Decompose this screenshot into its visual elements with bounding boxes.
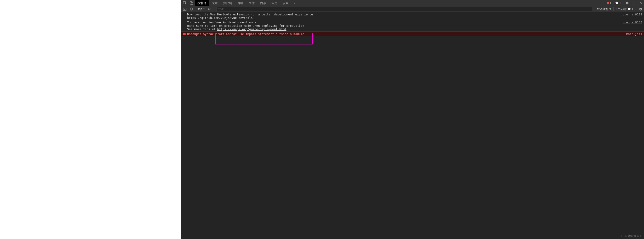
tab-security[interactable]: 安全 <box>280 0 291 6</box>
tab-application[interactable]: 应用 <box>269 0 280 6</box>
log-text: You are running Vue in development mode. <box>187 21 258 24</box>
console-row-info: You are running Vue in development mode.… <box>181 20 644 32</box>
log-link[interactable]: https://github.com/vuejs/vue-devtools <box>187 16 253 20</box>
watermark-text: CSDN @暗武逢天 <box>620 234 642 238</box>
source-link[interactable]: vue.js:9128 <box>618 13 642 20</box>
devtools-tabbar: 控制台 元素 源代码 网络 性能 内存 应用 安全 » 1 💬 1 ⋮ ✕ <box>181 0 644 6</box>
tab-performance[interactable]: 性能 <box>246 0 257 6</box>
svg-point-6 <box>209 9 210 10</box>
console-settings-gear-icon[interactable] <box>637 8 644 11</box>
settings-gear-icon[interactable] <box>624 1 630 5</box>
error-count-badge[interactable]: 1 <box>606 1 613 5</box>
kebab-menu-icon[interactable]: ⋮ <box>630 1 637 5</box>
console-row-info: Download the Vue Devtools extension for … <box>181 12 644 20</box>
inspect-element-icon[interactable] <box>181 1 188 5</box>
tab-console[interactable]: 控制台 <box>195 0 209 6</box>
tab-memory[interactable]: 内存 <box>257 0 269 6</box>
error-text: Uncaught SyntaxError: Cannot use import … <box>187 32 622 36</box>
close-devtools-icon[interactable]: ✕ <box>637 1 644 5</box>
console-row-error: Uncaught SyntaxError: Cannot use import … <box>181 32 644 36</box>
context-label: top <box>198 8 202 11</box>
console-log-area[interactable]: Download the Vue Devtools extension for … <box>181 12 644 239</box>
log-link[interactable]: https://vuejs.org/guide/deployment.html <box>217 28 286 31</box>
clear-console-icon[interactable] <box>188 8 195 11</box>
log-level-selector[interactable]: 默认级别 ▼ <box>595 7 614 11</box>
source-link[interactable]: main.js:1 <box>622 32 642 36</box>
message-count: 1 <box>619 1 621 5</box>
console-prompt[interactable]: › <box>181 36 644 41</box>
error-count: 1 <box>610 1 612 5</box>
issues-button[interactable]: 1 个问题: 💬 1 <box>614 7 635 11</box>
log-text: Download the Vue Devtools extension for … <box>187 13 315 16</box>
left-blank-pane <box>0 0 181 239</box>
console-sidebar-toggle-icon[interactable] <box>181 8 188 11</box>
log-level-label: 默认级别 <box>597 7 608 11</box>
message-icon: 💬 <box>628 8 631 11</box>
devtools-panel: 控制台 元素 源代码 网络 性能 内存 应用 安全 » 1 💬 1 ⋮ ✕ <box>181 0 644 239</box>
context-selector[interactable]: top ▼ <box>197 8 206 11</box>
log-text: Make sure to turn on production mode whe… <box>187 24 306 28</box>
chevron-down-icon: ▼ <box>609 8 612 11</box>
error-dot-icon <box>607 2 609 4</box>
chevron-down-icon: ▼ <box>203 8 205 10</box>
svg-rect-2 <box>191 3 193 5</box>
source-link[interactable]: vue.js:9135 <box>618 21 642 31</box>
log-text: See more tips at <box>187 28 217 31</box>
svg-line-5 <box>190 8 192 10</box>
message-icon: 💬 <box>615 1 619 5</box>
issues-label: 1 个问题: <box>616 7 626 11</box>
tab-network[interactable]: 网络 <box>235 0 246 6</box>
device-toggle-icon[interactable] <box>188 1 195 5</box>
filter-input[interactable] <box>216 7 592 11</box>
more-tabs-icon[interactable]: » <box>291 1 298 5</box>
tab-sources[interactable]: 源代码 <box>220 0 235 6</box>
tab-elements[interactable]: 元素 <box>209 0 220 6</box>
live-expression-eye-icon[interactable] <box>206 7 213 11</box>
message-count-badge[interactable]: 💬 1 <box>614 1 622 5</box>
console-filterbar: top ▼ 默认级别 ▼ 1 个问题: 💬 1 <box>181 6 644 12</box>
issues-count: 1 <box>632 8 633 11</box>
svg-rect-3 <box>183 8 186 11</box>
